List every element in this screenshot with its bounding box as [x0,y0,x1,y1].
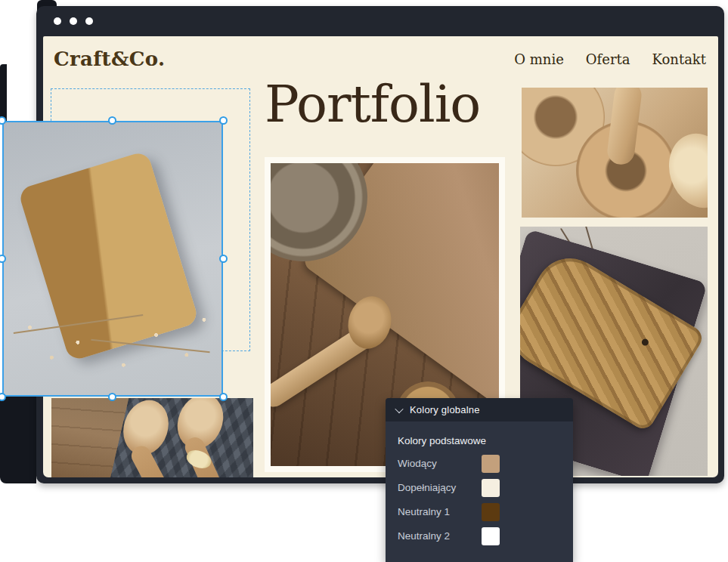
selected-image-element[interactable] [2,121,223,397]
photo-mortar-pestle[interactable] [522,88,708,218]
color-swatch[interactable] [482,479,500,497]
color-row-neutralny-2: Neutralny 2 [398,527,561,545]
site-nav: O mnie Oferta Kontakt [514,51,706,67]
color-row-wiodacy: Wiodący [398,455,561,473]
photo-wooden-spoons[interactable] [51,398,253,477]
backdrop-shape-bottom-left [0,391,36,483]
color-swatch[interactable] [482,503,500,521]
editor-canvas: Craft&Co. O mnie Oferta Kontakt Portfoli… [0,0,728,562]
color-swatch[interactable] [482,455,500,473]
backdrop-shape-left [0,64,7,122]
color-label: Neutralny 1 [398,503,450,521]
site-logo[interactable]: Craft&Co. [54,48,165,70]
nav-link-oferta[interactable]: Oferta [586,51,630,67]
resize-handle-top-center[interactable] [108,116,116,125]
chevron-down-icon [395,404,403,412]
color-swatch[interactable] [482,527,500,545]
panel-title: Kolory globalne [410,404,480,415]
nav-link-kontakt[interactable]: Kontakt [652,51,707,67]
resize-handle-top-right[interactable] [219,116,228,125]
window-dot-icon[interactable] [85,17,93,25]
resize-handle-bottom-center[interactable] [108,393,116,401]
global-colors-panel: Kolory globalne Kolory podstawowe Wiodąc… [386,398,573,562]
window-dot-icon[interactable] [54,17,61,25]
panel-body: Kolory podstawowe Wiodący Dopełniający N… [386,422,573,562]
board-hole-shape [640,337,649,346]
resize-handle-middle-right[interactable] [219,255,228,263]
color-label: Dopełniający [398,479,456,497]
panel-header[interactable]: Kolory globalne [386,398,573,422]
photo-cutting-board-flowers[interactable] [2,121,223,397]
browser-titlebar [36,6,724,36]
color-label: Wiodący [398,455,437,473]
panel-section-label: Kolory podstawowe [398,435,486,446]
page-title: Portfolio [265,76,480,133]
color-label: Neutralny 2 [398,527,450,545]
color-row-neutralny-1: Neutralny 1 [398,503,561,521]
window-dot-icon[interactable] [70,17,77,25]
nav-link-o-mnie[interactable]: O mnie [514,51,564,67]
color-row-dopelniajacy: Dopełniający [398,479,561,497]
resize-handle-middle-left[interactable] [0,255,6,263]
resize-handle-bottom-right[interactable] [219,393,228,401]
dried-flowers-shape [4,270,221,395]
